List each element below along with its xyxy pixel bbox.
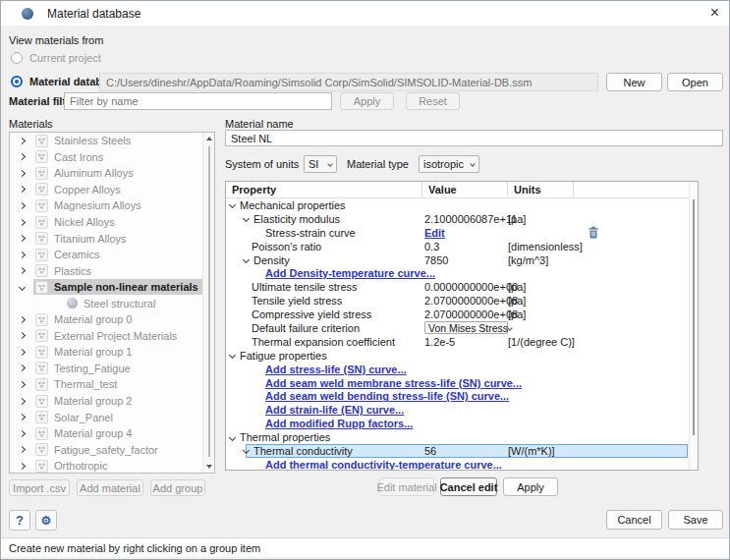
- chevron-right-icon[interactable]: [19, 218, 26, 225]
- tree-item[interactable]: Material group 4: [10, 425, 214, 442]
- help-button[interactable]: ?: [9, 510, 30, 531]
- units-cell: [508, 226, 574, 240]
- chevron-down-icon[interactable]: [243, 256, 250, 263]
- value-cell: 2.0700000000e+08: [422, 294, 508, 308]
- chevron-down-icon[interactable]: [19, 284, 26, 291]
- cancel-button[interactable]: Cancel: [606, 510, 662, 530]
- edit-curve-link[interactable]: Edit: [424, 227, 445, 239]
- chevron-right-icon[interactable]: [19, 332, 26, 339]
- material-filter-input[interactable]: [64, 92, 332, 110]
- scroll-down-icon[interactable]: [206, 465, 212, 469]
- chevron-right-icon[interactable]: [19, 153, 26, 160]
- chevron-right-icon[interactable]: [19, 364, 26, 371]
- filter-reset-button[interactable]: Reset: [406, 92, 460, 110]
- property-link[interactable]: Add strain-life (EN) curve...: [265, 404, 404, 416]
- tree-item[interactable]: Plastics: [10, 262, 214, 279]
- chevron-down-icon[interactable]: [229, 201, 236, 208]
- tree-item[interactable]: Testing_Fatigue: [10, 361, 214, 377]
- open-button[interactable]: Open: [667, 73, 723, 91]
- system-of-units-select[interactable]: SI: [304, 155, 337, 173]
- extra-cell: [574, 308, 698, 321]
- tree-item-body: Magnesium Alloys: [33, 197, 147, 214]
- chevron-right-icon[interactable]: [19, 381, 26, 388]
- tree-scrollbar[interactable]: [202, 133, 214, 473]
- property-link[interactable]: Add seam weld bending stress-life (SN) c…: [265, 390, 509, 402]
- tree-item[interactable]: Sample non-linear materials: [10, 279, 214, 296]
- close-icon[interactable]: ×: [710, 3, 719, 23]
- database-path-field: C:/Users/dineshr/AppData/Roaming/Simsoli…: [99, 73, 598, 91]
- tree-item[interactable]: Material group 2: [10, 393, 214, 410]
- chevron-right-icon[interactable]: [19, 186, 26, 193]
- tree-item-label: Sample non-linear materials: [54, 281, 198, 293]
- tree-item[interactable]: Orthotropic: [10, 458, 214, 474]
- import-csv-button[interactable]: Import .csv: [9, 479, 70, 496]
- chevron-right-icon[interactable]: [19, 446, 26, 453]
- chevron-right-icon[interactable]: [19, 138, 26, 144]
- chevron-right-icon[interactable]: [19, 414, 26, 420]
- tree-item[interactable]: Solar_Panel: [10, 409, 214, 425]
- chevron-down-icon[interactable]: [243, 447, 250, 454]
- current-project-radio[interactable]: [11, 52, 23, 64]
- cancel-edit-button[interactable]: Cancel edit: [440, 477, 497, 496]
- tree-item-body: Testing_Fatigue: [33, 361, 137, 377]
- save-button[interactable]: Save: [668, 510, 723, 530]
- chevron-right-icon[interactable]: [19, 463, 26, 470]
- chevron-down-icon[interactable]: [229, 434, 236, 441]
- edit-material-button[interactable]: Edit material: [379, 477, 434, 496]
- units-cell: [kg/m^3]: [508, 253, 574, 267]
- tree-item[interactable]: Material group 0: [10, 311, 214, 328]
- trash-icon[interactable]: [588, 226, 599, 239]
- chevron-right-icon[interactable]: [19, 430, 26, 437]
- filter-apply-button[interactable]: Apply: [340, 92, 394, 110]
- tree-item[interactable]: Ceramics: [10, 247, 214, 263]
- value-cell: 2.0700000000e+08: [422, 308, 508, 321]
- property-link[interactable]: Add thermal conductivity-temperature cur…: [265, 459, 502, 471]
- property-label: Thermal expansion coefficient: [252, 336, 395, 348]
- tree-item-label: Solar_Panel: [54, 412, 113, 423]
- chevron-wrap: [20, 252, 33, 257]
- settings-button[interactable]: ⚙: [35, 510, 57, 531]
- tree-item[interactable]: Cast Irons: [10, 149, 214, 166]
- value-cell: 7850: [422, 253, 508, 267]
- chevron-right-icon[interactable]: [19, 397, 26, 404]
- scroll-up-icon[interactable]: [206, 137, 212, 140]
- property-link[interactable]: Add seam weld membrane stress-life (SN) …: [265, 377, 522, 389]
- tree-item[interactable]: Copper Alloys: [10, 182, 214, 198]
- chevron-down-icon[interactable]: [229, 352, 236, 359]
- chevron-right-icon[interactable]: [19, 202, 26, 209]
- property-link[interactable]: Add stress-life (SN) curve...: [265, 364, 407, 375]
- tree-scroll-thumb[interactable]: [208, 146, 210, 457]
- add-group-button[interactable]: Add group: [150, 479, 205, 496]
- chevron-right-icon[interactable]: [19, 252, 26, 258]
- tree-item[interactable]: Steel structural: [10, 295, 214, 311]
- tree-item[interactable]: Material group 1: [10, 344, 214, 361]
- chevron-right-icon[interactable]: [19, 316, 26, 323]
- chevron-right-icon[interactable]: [19, 235, 26, 242]
- chevron-right-icon[interactable]: [19, 267, 26, 274]
- tree-item[interactable]: Thermal_test: [10, 376, 214, 393]
- add-material-button[interactable]: Add material: [77, 479, 143, 496]
- units-cell: [1/(degree C)]: [508, 335, 574, 349]
- current-project-label[interactable]: Current project: [29, 52, 101, 64]
- tree-item[interactable]: Fatigue_safety_factor: [10, 441, 214, 458]
- property-row: Density7850[kg/m^3]: [226, 253, 698, 267]
- chevron-down-icon[interactable]: [243, 215, 250, 222]
- new-button[interactable]: New: [606, 73, 662, 91]
- chevron-wrap: [20, 139, 33, 143]
- failure-criterion-select[interactable]: Von Mises Stress: [424, 321, 508, 334]
- tree-item[interactable]: Nickel Alloys: [10, 214, 214, 231]
- tree-item[interactable]: Stainless Steels: [10, 133, 214, 149]
- material-name-input[interactable]: [225, 130, 723, 146]
- material-type-select[interactable]: isotropic: [419, 155, 479, 173]
- chevron-right-icon[interactable]: [19, 349, 26, 356]
- tree-item[interactable]: Magnesium Alloys: [10, 197, 214, 214]
- material-database-radio[interactable]: [11, 76, 23, 87]
- tree-item[interactable]: Titanium Alloys: [10, 230, 214, 247]
- property-value: 0.0000000000e+00: [424, 281, 518, 293]
- tree-item[interactable]: Aluminum Alloys: [10, 165, 214, 182]
- chevron-right-icon[interactable]: [19, 170, 26, 177]
- tree-item[interactable]: External Project Materials: [10, 328, 214, 345]
- property-link[interactable]: Add Density-temperature curve...: [265, 267, 435, 279]
- property-link[interactable]: Add modified Rupp factors...: [265, 418, 413, 429]
- apply-edit-button[interactable]: Apply: [503, 477, 558, 496]
